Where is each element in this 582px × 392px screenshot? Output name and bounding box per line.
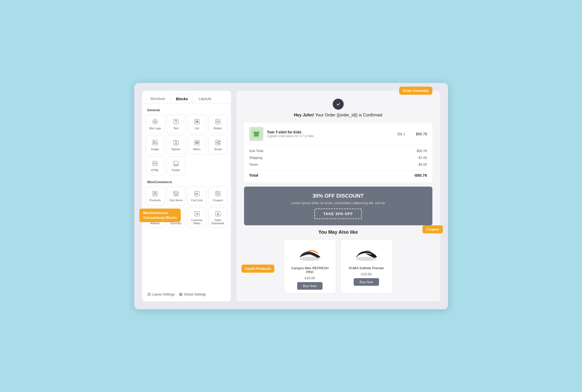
block-footer[interactable]: Footer xyxy=(167,156,185,175)
block-social-label: Social xyxy=(214,148,222,151)
coupon-banner: 30% OFF DISCOUNT Lorem ipsum dolor sit a… xyxy=(244,187,432,225)
order-confirm-header: Hey John! Your Order {{order_id}} is Con… xyxy=(244,99,432,117)
right-wrapper: Order Summary Coupon Upsell Products Hey… xyxy=(236,91,440,301)
block-text-label: Text xyxy=(173,127,178,130)
item-thumbnail xyxy=(249,127,263,141)
tab-blocks[interactable]: Blocks xyxy=(171,94,193,103)
cart-link-icon xyxy=(194,190,200,197)
block-order-downloads[interactable]: Order Downloads xyxy=(208,208,227,227)
upsell-price-2: £10.00 xyxy=(361,272,372,276)
check-circle xyxy=(333,99,344,110)
upsell-img-1 xyxy=(297,243,323,264)
block-customer-notes[interactable]: Customer Notes xyxy=(188,208,206,227)
cart-items-icon xyxy=(173,190,179,197)
shipping-row: Shipping$7.00 xyxy=(249,155,427,160)
callout-coupon: Coupon xyxy=(422,225,443,233)
block-image-label: Image xyxy=(151,148,159,151)
tab-structure[interactable]: Structure xyxy=(146,94,170,103)
svg-rect-16 xyxy=(174,164,178,165)
block-cart-items-label: Cart Items xyxy=(169,199,183,202)
item-info: Tom T-shirt for Kids A green color piece… xyxy=(267,130,391,138)
svg-point-20 xyxy=(177,195,177,195)
block-spacer-label: Spacer xyxy=(171,148,180,151)
upsell-card-1: Campus Men REFRESH PRO £10.00 Buy Now xyxy=(284,239,336,294)
social-icon xyxy=(215,139,221,146)
upsell-card-2: PUMA Softride Premier £10.00 Buy Now xyxy=(340,239,393,294)
block-cart-items[interactable]: Cart Items xyxy=(167,187,185,205)
coupon-desc: Lorem ipsum dolor sit amet, consectetur … xyxy=(249,201,427,205)
block-site-logo[interactable]: Site Logo xyxy=(146,115,165,133)
upsell-name-2: PUMA Softride Premier xyxy=(349,266,384,270)
block-site-logo-label: Site Logo xyxy=(149,127,161,130)
upsell-buy-btn-2[interactable]: Buy Now xyxy=(354,278,379,286)
block-html-label: HTML xyxy=(151,169,159,172)
upsell-title: You May Also like xyxy=(244,229,432,235)
footer-icon xyxy=(173,160,179,167)
svg-point-1 xyxy=(154,121,156,122)
svg-rect-4 xyxy=(216,119,220,124)
block-products-label: Products xyxy=(149,199,161,202)
callout-order-summary: Order Summary xyxy=(399,87,432,95)
list-icon xyxy=(194,118,200,125)
svg-rect-5 xyxy=(217,121,219,122)
order-downloads-icon xyxy=(215,210,221,217)
general-blocks-grid: Site Logo Text xyxy=(142,115,231,175)
coupon-btn[interactable]: TAKE 30% OFF xyxy=(314,209,362,219)
upsell-img-2 xyxy=(353,243,380,264)
item-price: $50.76 xyxy=(411,132,427,136)
item-desc: A green color piece for 3-7 yr kids xyxy=(267,134,391,138)
block-coupon-label: Coupon xyxy=(213,199,223,202)
block-menu-label: Menu xyxy=(193,148,201,151)
customer-notes-icon xyxy=(194,210,200,217)
block-button-label: Button xyxy=(214,127,222,130)
order-item-row: Tom T-shirt for Kids A green color piece… xyxy=(249,127,427,145)
block-list-label: List xyxy=(195,127,199,130)
image-icon xyxy=(152,139,158,146)
total-row: Total-$50.76 xyxy=(249,170,427,178)
block-social[interactable]: Social xyxy=(208,136,227,154)
upsell-price-1: £10.00 xyxy=(305,276,315,280)
global-settings-btn[interactable]: Global Settings xyxy=(179,293,206,296)
block-footer-label: Footer xyxy=(172,169,180,172)
block-order-downloads-label: Order Downloads xyxy=(210,219,226,225)
svg-point-13 xyxy=(218,143,219,144)
block-text[interactable]: Text xyxy=(167,115,185,133)
general-label: General xyxy=(142,103,231,115)
svg-point-11 xyxy=(216,142,217,143)
confirm-text: Hey John! Your Order {{order_id}} is Con… xyxy=(244,113,432,117)
svg-point-19 xyxy=(175,195,176,195)
totals-rows: Sub Total$50.76 Shipping$7.00 Taxes$5.00… xyxy=(249,148,427,178)
tab-layouts[interactable]: Layouts xyxy=(194,94,216,103)
subtotal-row: Sub Total$50.76 xyxy=(249,148,427,154)
products-icon xyxy=(152,190,158,197)
block-customer-notes-label: Customer Notes xyxy=(189,219,205,225)
block-coupon[interactable]: Coupon xyxy=(208,187,227,205)
footer-settings: Layout Settings Global Settings xyxy=(142,288,231,296)
callout-upsell: Upsell Products xyxy=(241,265,275,273)
block-image[interactable]: Image xyxy=(146,136,165,154)
left-panel: WooCommerceTransactional Blocks Structur… xyxy=(142,91,231,301)
text-icon xyxy=(173,118,179,125)
block-cart-link[interactable]: Cart Link xyxy=(188,187,206,205)
block-list[interactable]: List xyxy=(188,115,206,133)
block-html[interactable]: HTML xyxy=(146,156,165,175)
item-qty: Qty 1 xyxy=(395,132,408,136)
coupon-title: 30% OFF DISCOUNT xyxy=(249,193,427,199)
taxes-row: Taxes$5.00 xyxy=(249,162,427,167)
main-frame: WooCommerceTransactional Blocks Structur… xyxy=(134,83,448,309)
item-name: Tom T-shirt for Kids xyxy=(267,130,391,134)
callout-woo: WooCommerceTransactional Blocks xyxy=(139,209,181,222)
block-menu[interactable]: Menu xyxy=(188,136,206,154)
block-button[interactable]: Button xyxy=(208,115,227,133)
menu-icon xyxy=(194,139,200,146)
svg-point-7 xyxy=(154,141,155,142)
block-cart-link-label: Cart Link xyxy=(191,199,202,202)
block-products[interactable]: Products xyxy=(146,187,165,205)
upsell-buy-btn-1[interactable]: Buy Now xyxy=(297,282,322,290)
upsell-section: You May Also like xyxy=(244,229,432,294)
upsell-name-1: Campus Men REFRESH PRO xyxy=(288,266,332,274)
svg-point-0 xyxy=(153,119,157,124)
layout-settings-btn[interactable]: Layout Settings xyxy=(147,293,175,296)
woocommerce-label: WooCommerce xyxy=(142,175,231,187)
block-spacer[interactable]: Spacer xyxy=(167,136,185,154)
